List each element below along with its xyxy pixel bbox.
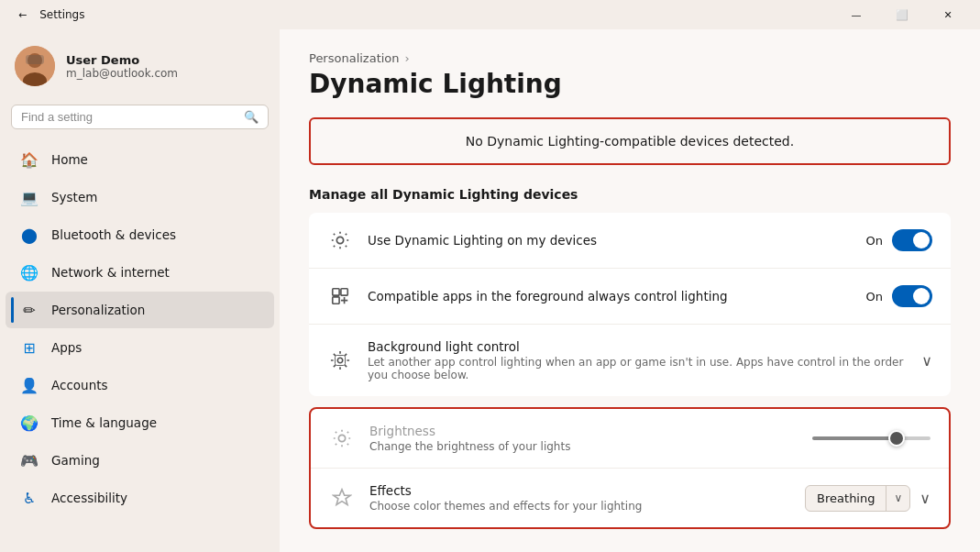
content-area: Personalization › Dynamic Lighting No Dy… <box>280 29 980 552</box>
sidebar-item-system[interactable]: 💻 System <box>6 179 274 215</box>
row-compatible-apps-title: Compatible apps in the foreground always… <box>368 289 852 304</box>
system-icon: 💻 <box>20 188 39 206</box>
sidebar-item-time-label: Time & language <box>51 415 157 430</box>
row-effects-right: Breathing ∨ ∨ <box>805 485 930 512</box>
maximize-button[interactable]: ⬜ <box>881 0 923 29</box>
row-brightness-text: Brightness Change the brightness of your… <box>369 424 798 453</box>
row-background-light-subtitle: Let another app control lighting when an… <box>368 356 907 381</box>
time-icon: 🌍 <box>20 414 39 432</box>
row-effects-title: Effects <box>369 483 790 498</box>
brightness-icon <box>329 425 355 451</box>
row-background-light-right: ∨ <box>921 352 932 370</box>
bluetooth-icon: ⬤ <box>20 226 39 244</box>
svg-point-4 <box>336 237 343 243</box>
sidebar-nav: 🏠 Home 💻 System ⬤ Bluetooth & devices 🌐 … <box>0 140 280 517</box>
sidebar-item-apps-label: Apps <box>51 340 82 355</box>
background-light-chevron[interactable]: ∨ <box>921 352 932 370</box>
back-button[interactable]: ← <box>15 0 30 29</box>
svg-point-18 <box>338 435 345 441</box>
sidebar-item-bluetooth[interactable]: ⬤ Bluetooth & devices <box>6 216 274 253</box>
row-brightness-right <box>812 436 930 440</box>
settings-card-main: Use Dynamic Lighting on my devices On <box>309 213 951 396</box>
personalization-icon: ✏️ <box>20 301 39 319</box>
row-brightness-title: Brightness <box>369 424 798 438</box>
sidebar-item-gaming-label: Gaming <box>51 453 100 468</box>
titlebar-left: ← Settings <box>15 0 84 29</box>
user-section[interactable]: User Demo m_lab@outlook.com <box>0 37 280 101</box>
close-button[interactable]: ✕ <box>927 0 969 29</box>
brightness-slider[interactable] <box>812 436 930 440</box>
sidebar-item-accessibility[interactable]: ♿ Accessibility <box>6 480 274 516</box>
use-dynamic-lighting-toggle[interactable] <box>892 229 932 251</box>
search-input[interactable] <box>21 110 237 124</box>
row-effects-subtitle: Choose color themes and effects for your… <box>369 500 790 513</box>
titlebar: ← Settings — ⬜ ✕ <box>0 0 980 29</box>
effects-dropdown-value: Breathing <box>806 486 886 511</box>
row-use-dynamic-lighting: Use Dynamic Lighting on my devices On <box>309 213 951 269</box>
gaming-icon: 🎮 <box>20 451 39 469</box>
avatar <box>15 46 55 86</box>
sidebar-item-network-label: Network & internet <box>51 265 170 280</box>
accounts-icon: 👤 <box>20 376 39 394</box>
dynamic-lighting-icon <box>327 227 353 253</box>
svg-rect-15 <box>333 297 339 304</box>
sidebar-item-personalization[interactable]: ✏️ Personalization <box>6 292 274 328</box>
svg-line-26 <box>347 432 348 433</box>
brightness-slider-container <box>812 436 930 440</box>
titlebar-controls: — ⬜ ✕ <box>835 0 969 29</box>
sidebar-item-time[interactable]: 🌍 Time & language <box>6 404 274 441</box>
svg-point-16 <box>337 358 343 363</box>
effects-dropdown[interactable]: Breathing ∨ <box>805 485 910 512</box>
row-brightness-subtitle: Change the brightness of your lights <box>369 440 798 453</box>
alert-text: No Dynamic Lighting-compatible devices d… <box>466 134 794 149</box>
home-icon: 🏠 <box>20 150 39 169</box>
row-background-light-title: Background light control <box>368 339 907 354</box>
sidebar-item-home[interactable]: 🏠 Home <box>6 141 274 178</box>
row-brightness: Brightness Change the brightness of your… <box>311 409 949 469</box>
svg-line-8 <box>346 246 347 247</box>
titlebar-title: Settings <box>39 8 84 21</box>
svg-line-21 <box>336 432 336 433</box>
sidebar-item-accessibility-label: Accessibility <box>51 491 127 505</box>
user-email: m_lab@outlook.com <box>66 67 178 80</box>
page-title: Dynamic Lighting <box>309 69 951 99</box>
minimize-button[interactable]: — <box>835 0 877 29</box>
sidebar-item-apps[interactable]: ⊞ Apps <box>6 329 274 366</box>
row-use-dynamic-lighting-title: Use Dynamic Lighting on my devices <box>368 233 852 248</box>
svg-line-22 <box>347 444 348 445</box>
compatible-apps-toggle[interactable] <box>892 285 932 307</box>
alert-box: No Dynamic Lighting-compatible devices d… <box>309 117 951 165</box>
accessibility-icon: ♿ <box>20 489 39 507</box>
toggle-on-label-2: On <box>866 290 883 304</box>
effects-icon <box>329 485 355 511</box>
sidebar-item-gaming[interactable]: 🎮 Gaming <box>6 442 274 479</box>
sidebar-item-accounts[interactable]: 👤 Accounts <box>6 367 274 403</box>
sidebar-item-system-label: System <box>51 190 97 204</box>
compatible-apps-icon <box>327 283 353 309</box>
breadcrumb-parent[interactable]: Personalization <box>309 51 400 65</box>
apps-icon: ⊞ <box>20 338 39 357</box>
row-background-light-text: Background light control Let another app… <box>368 339 907 381</box>
effects-dropdown-arrow: ∨ <box>886 486 909 510</box>
sidebar-item-network[interactable]: 🌐 Network & internet <box>6 254 274 291</box>
sidebar-item-home-label: Home <box>51 152 88 167</box>
section-label: Manage all Dynamic Lighting devices <box>309 187 951 202</box>
svg-rect-13 <box>333 289 339 295</box>
breadcrumb: Personalization › <box>309 51 951 65</box>
svg-rect-14 <box>341 289 347 295</box>
search-box[interactable]: 🔍 <box>11 105 269 129</box>
row-use-dynamic-lighting-right: On <box>866 229 932 251</box>
row-use-dynamic-lighting-text: Use Dynamic Lighting on my devices <box>368 233 852 248</box>
svg-line-11 <box>334 246 335 247</box>
svg-rect-3 <box>26 55 44 64</box>
effects-chevron[interactable]: ∨ <box>919 490 930 507</box>
row-background-light: Background light control Let another app… <box>309 325 951 396</box>
sidebar-item-bluetooth-label: Bluetooth & devices <box>51 227 176 242</box>
row-effects-text: Effects Choose color themes and effects … <box>369 483 790 513</box>
svg-rect-17 <box>336 356 346 366</box>
app-container: User Demo m_lab@outlook.com 🔍 🏠 Home 💻 S… <box>0 29 980 552</box>
svg-line-12 <box>346 234 347 235</box>
background-light-icon <box>327 348 353 373</box>
svg-line-25 <box>336 444 336 445</box>
highlighted-section: Brightness Change the brightness of your… <box>309 407 951 529</box>
